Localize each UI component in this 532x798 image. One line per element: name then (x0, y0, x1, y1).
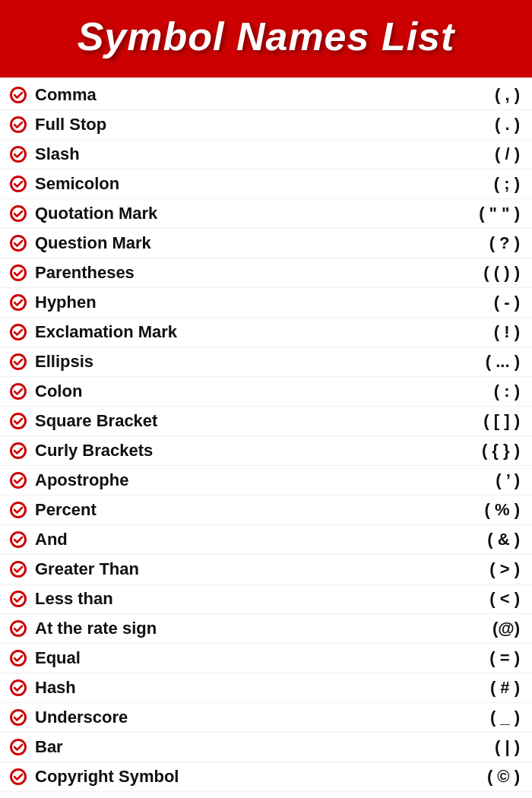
symbol-value: ( [ ] ) (429, 411, 520, 431)
symbol-value: ( / ) (429, 144, 520, 164)
symbol-value: ( # ) (429, 678, 520, 698)
symbol-value: ( ’ ) (429, 470, 520, 490)
symbol-value: ( > ) (429, 559, 520, 579)
check-icon (9, 708, 27, 727)
symbol-value: ( < ) (429, 589, 520, 609)
check-icon (9, 501, 27, 519)
list-item: Ellipsis( ... ) (0, 347, 532, 377)
symbol-name: Curly Brackets (35, 441, 429, 461)
symbol-value: ( © ) (429, 767, 520, 787)
symbol-name: Semicolon (35, 174, 429, 194)
symbol-name: Apostrophe (35, 470, 429, 490)
list-item: Bar( | ) (0, 733, 532, 762)
symbol-name: Quotation Mark (35, 204, 429, 223)
symbol-value: (@) (429, 619, 520, 638)
list-item: Greater Than( > ) (0, 555, 532, 584)
list-item: Copyright Symbol( © ) (0, 762, 532, 792)
symbol-name: Colon (35, 382, 429, 401)
symbol-name: Ellipsis (35, 352, 429, 372)
symbol-value: ( ; ) (429, 174, 520, 194)
symbol-value: ( : ) (429, 382, 520, 401)
list-item: Comma( , ) (0, 81, 532, 110)
list-item: At the rate sign(@) (0, 614, 532, 644)
list-item: Exclamation Mark( ! ) (0, 318, 532, 347)
symbol-name: Parentheses (35, 263, 429, 283)
list-item: Parentheses( ( ) ) (0, 258, 532, 288)
symbol-value: ( ? ) (429, 233, 520, 253)
list-item: Hyphen( - ) (0, 288, 532, 318)
symbol-name: Underscore (35, 708, 429, 727)
list-item: Underscore( _ ) (0, 703, 532, 733)
check-icon (9, 590, 27, 608)
symbol-value: ( % ) (429, 500, 520, 520)
symbol-name: Question Mark (35, 233, 429, 253)
check-icon (9, 175, 27, 193)
check-icon (9, 442, 27, 460)
symbol-name: Percent (35, 500, 429, 520)
symbol-value: ( | ) (429, 737, 520, 757)
symbol-name: Hyphen (35, 293, 429, 312)
symbol-name: Bar (35, 737, 429, 757)
check-icon (9, 382, 27, 401)
list-item: Hash( # ) (0, 673, 532, 703)
check-icon (9, 204, 27, 223)
list-item: Question Mark( ? ) (0, 229, 532, 258)
check-icon (9, 234, 27, 252)
symbol-value: ( & ) (429, 530, 520, 549)
symbol-name: Full Stop (35, 115, 429, 135)
check-icon (9, 738, 27, 756)
check-icon (9, 264, 27, 282)
symbol-value: ( ... ) (429, 352, 520, 372)
symbol-value: ( = ) (429, 648, 520, 668)
list-item: Percent( % ) (0, 496, 532, 525)
symbol-name: Exclamation Mark (35, 322, 429, 342)
list-item: Semicolon( ; ) (0, 169, 532, 199)
check-icon (9, 471, 27, 489)
symbol-value: ( , ) (429, 85, 520, 105)
check-icon (9, 412, 27, 430)
page-header: Symbol Names List (0, 0, 532, 73)
list-item: Bullet( ● ) (0, 792, 532, 798)
symbol-name: And (35, 530, 429, 549)
check-icon (9, 86, 27, 104)
check-icon (9, 145, 27, 163)
list-item: Curly Brackets( { } ) (0, 436, 532, 466)
check-icon (9, 293, 27, 312)
symbol-value: ( { } ) (429, 441, 520, 461)
list-item: Equal( = ) (0, 644, 532, 673)
check-icon (9, 619, 27, 638)
list-item: Square Bracket( [ ] ) (0, 407, 532, 436)
symbol-name: Hash (35, 678, 429, 698)
check-icon (9, 353, 27, 371)
check-icon (9, 679, 27, 697)
list-item: Less than( < ) (0, 584, 532, 614)
list-item: Quotation Mark( " " ) (0, 199, 532, 229)
symbol-name: Equal (35, 648, 429, 668)
symbol-name: Copyright Symbol (35, 767, 429, 787)
list-item: And( & ) (0, 525, 532, 555)
check-icon (9, 768, 27, 786)
page-title: Symbol Names List (15, 14, 517, 59)
symbol-value: ( - ) (429, 293, 520, 312)
symbol-name: Square Bracket (35, 411, 429, 431)
symbol-value: ( . ) (429, 115, 520, 135)
symbol-value: ( _ ) (429, 708, 520, 727)
check-icon (9, 649, 27, 667)
list-item: Full Stop( . ) (0, 110, 532, 140)
check-icon (9, 560, 27, 578)
symbol-name: At the rate sign (35, 619, 429, 638)
symbol-value: ( " " ) (429, 204, 520, 223)
symbol-list: Comma( , ) Full Stop( . ) Slash( / ) Sem… (0, 78, 532, 798)
list-item: Slash( / ) (0, 140, 532, 169)
symbol-name: Slash (35, 144, 429, 164)
list-item: Apostrophe( ’ ) (0, 466, 532, 496)
symbol-name: Less than (35, 589, 429, 609)
check-icon (9, 116, 27, 134)
list-item: Colon( : ) (0, 377, 532, 407)
symbol-name: Greater Than (35, 559, 429, 579)
symbol-name: Comma (35, 85, 429, 105)
symbol-value: ( ! ) (429, 322, 520, 342)
check-icon (9, 530, 27, 549)
symbol-value: ( ( ) ) (429, 263, 520, 283)
check-icon (9, 323, 27, 341)
